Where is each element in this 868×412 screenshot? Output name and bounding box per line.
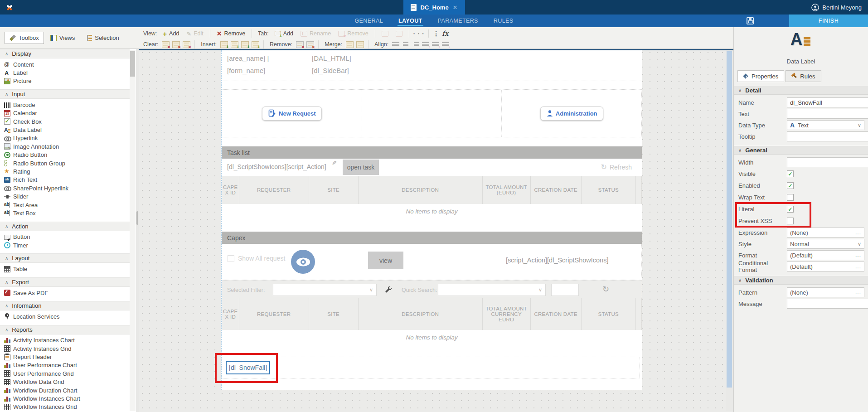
sidebar-scrollbar[interactable] (130, 50, 136, 411)
column-header[interactable]: TOTAL AMOUNT CURRENCY EURO (483, 298, 531, 330)
tab-add-button[interactable]: Add (272, 29, 296, 38)
column-header[interactable]: CREATION DATE (531, 176, 582, 204)
tooltip-field[interactable] (787, 131, 868, 141)
toolbox-item-save-as-pdf[interactable]: Save As PDF (0, 289, 130, 297)
clear-contents-icon[interactable] (162, 41, 170, 48)
refresh-button[interactable]: ↻ Refresh (601, 163, 632, 171)
data-type-dropdown[interactable]: A Text ∨ (787, 120, 864, 130)
dal-html-placeholder[interactable]: [DAL_HTML] (312, 54, 351, 62)
toolbox-item-user-performance-grid[interactable]: User Performance Grid (0, 369, 130, 378)
toolbox-item-activity-instances-chart[interactable]: Activity Instances Chart (0, 336, 130, 344)
conditional-format-picker[interactable]: (Default) ... (787, 262, 864, 271)
show-hide-eye-button[interactable] (291, 250, 315, 274)
column-header[interactable]: CAPEX ID (222, 176, 239, 204)
merge-right-icon[interactable] (346, 41, 354, 48)
edit-pencil-icon[interactable]: ✎ (332, 160, 337, 166)
prevent-xss-checkbox[interactable] (787, 218, 794, 224)
tab-rules[interactable]: Rules (786, 70, 821, 82)
area-name-placeholder[interactable]: [area_name] | (227, 54, 269, 62)
toolbox-item-content[interactable]: Content (0, 60, 130, 68)
toolbox-item-calendar[interactable]: Calendar (0, 109, 130, 117)
overflow-dots-icon[interactable]: ▪ ▪ ▪ (413, 31, 425, 36)
width-field[interactable] (787, 157, 868, 167)
toolbox-item-button[interactable]: Button (0, 233, 130, 241)
quick-search-dropdown[interactable]: ∨ (438, 284, 546, 296)
tab-parameters[interactable]: PARAMETERS (438, 15, 478, 27)
toolbox-item-table[interactable]: Table (0, 265, 130, 273)
toolbox-item-workflow-instances-chart[interactable]: Workflow Instances Chart (0, 394, 130, 402)
script-action-label[interactable]: [script_Action][dl_ScriptShowIcons] (506, 257, 608, 264)
message-field[interactable] (787, 299, 868, 309)
column-header[interactable] (636, 298, 642, 330)
literal-checkbox[interactable]: ✓ (787, 206, 794, 213)
toolbox-item-activity-instances-grid[interactable]: Activity Instances Grid (0, 344, 130, 353)
toolbox-item-data-label[interactable]: Data Label (0, 126, 130, 134)
canvas-scrollbar[interactable] (726, 50, 732, 411)
expression-picker[interactable]: (None) ... (787, 228, 864, 238)
pattern-picker[interactable]: (None) ... (787, 287, 864, 297)
panel-tab-toolbox[interactable]: Toolbox (5, 32, 44, 44)
task-list-view[interactable]: Task list [dl_ScriptShowIcons][script_Ac… (222, 146, 642, 218)
open-task-button[interactable]: open task (343, 160, 379, 175)
section-header-general[interactable]: ∧General (734, 145, 868, 155)
clear-styles-icon[interactable] (172, 41, 180, 48)
toolbox-item-workflow-instances-grid[interactable]: Workflow Instances Grid (0, 403, 130, 411)
tab-rename-button[interactable]: Rename (298, 29, 333, 38)
visible-checkbox[interactable]: ✓ (787, 170, 794, 177)
align-middle-icon[interactable] (432, 41, 439, 48)
section-header-export[interactable]: ∧Export (0, 277, 130, 287)
section-header-action[interactable]: ∧Action (0, 222, 130, 231)
column-header[interactable]: SITE (309, 298, 359, 330)
panel-tab-views[interactable]: Views (46, 32, 79, 44)
toolbox-item-rating[interactable]: Rating (0, 167, 130, 175)
document-tab[interactable]: DC_Home ✕ (403, 0, 465, 15)
scrollbar-thumb[interactable] (727, 51, 732, 388)
column-header[interactable] (636, 176, 642, 204)
toolbox-item-rich-text[interactable]: Rich Text (0, 176, 130, 184)
table-cell[interactable]: New Request (222, 90, 362, 137)
column-header[interactable]: SITE (309, 176, 359, 204)
remove-column-icon[interactable] (296, 41, 304, 48)
dl-snowfall-control-selected[interactable]: [dl_SnowFall] (226, 361, 270, 374)
toolbox-item-hyperlink[interactable]: Hyperlink (0, 134, 130, 142)
refresh-icon[interactable]: ↻ (602, 284, 609, 294)
tab-properties[interactable]: Properties (737, 70, 784, 82)
toolbox-item-radio-button[interactable]: Radio Button (0, 151, 130, 159)
insert-column-left-icon[interactable] (220, 41, 228, 48)
tab-layout[interactable]: LAYOUT (398, 15, 422, 27)
section-header-input[interactable]: ∧Input (0, 89, 130, 99)
toolbox-item-image-annotation[interactable]: Image Annotation (0, 142, 130, 150)
insert-column-right-icon[interactable] (231, 41, 238, 48)
align-top-icon[interactable] (422, 41, 429, 48)
tab-move-right-button[interactable] (393, 30, 405, 38)
toolbox-item-checkbox[interactable]: Check Box (0, 117, 130, 126)
table-cell[interactable]: Administration (502, 90, 641, 137)
column-header[interactable]: CREATION DATE (531, 298, 582, 330)
view-add-button[interactable]: +Add (160, 29, 181, 38)
align-center-icon[interactable] (402, 41, 409, 48)
column-header[interactable]: DESCRIPTION (359, 298, 483, 330)
text-field[interactable] (787, 109, 868, 119)
section-header-layout[interactable]: ∧Layout (0, 253, 130, 263)
toolbox-item-location-services[interactable]: Location Services (0, 312, 130, 320)
section-header-reports[interactable]: ∧Reports (0, 325, 130, 334)
tab-general[interactable]: GENERAL (354, 15, 383, 27)
quick-search-input[interactable] (551, 284, 579, 296)
task-list-header[interactable]: Task list (222, 146, 642, 159)
align-right-icon[interactable] (412, 41, 419, 48)
toolbox-item-barcode[interactable]: Barcode (0, 101, 130, 109)
script-action-label[interactable]: [dl_ScriptShowIcons][script_Action] (227, 163, 326, 170)
more-menu-icon[interactable]: ⋮ (433, 30, 439, 37)
app-logo-icon[interactable] (6, 4, 13, 11)
section-header-information[interactable]: ∧Information (0, 301, 130, 310)
column-header[interactable]: TOTAL AMOUNT (EURO) (483, 176, 531, 204)
close-icon[interactable]: ✕ (453, 4, 458, 11)
column-header[interactable]: STATUS (582, 298, 636, 330)
toolbox-item-text-box[interactable]: Text Box (0, 209, 130, 217)
section-header-detail[interactable]: ∧Detail (734, 86, 868, 95)
capex-header[interactable]: Capex (222, 232, 642, 244)
checkbox-icon[interactable] (228, 255, 234, 262)
toolbox-item-workflow-duration-chart[interactable]: Workflow Duration Chart (0, 386, 130, 394)
expression-fx-button[interactable]: fx (442, 29, 448, 38)
scrollbar-thumb[interactable] (130, 51, 135, 77)
